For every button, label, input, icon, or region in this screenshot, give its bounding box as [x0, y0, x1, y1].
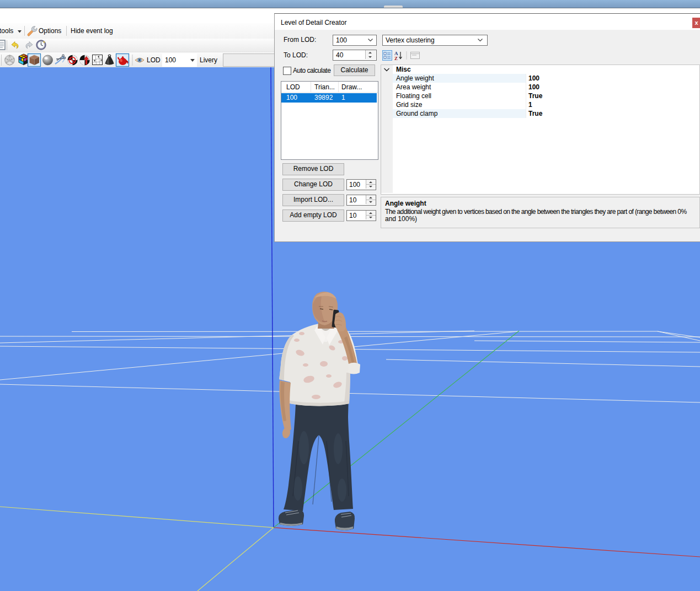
- svg-text:Z: Z: [394, 56, 398, 61]
